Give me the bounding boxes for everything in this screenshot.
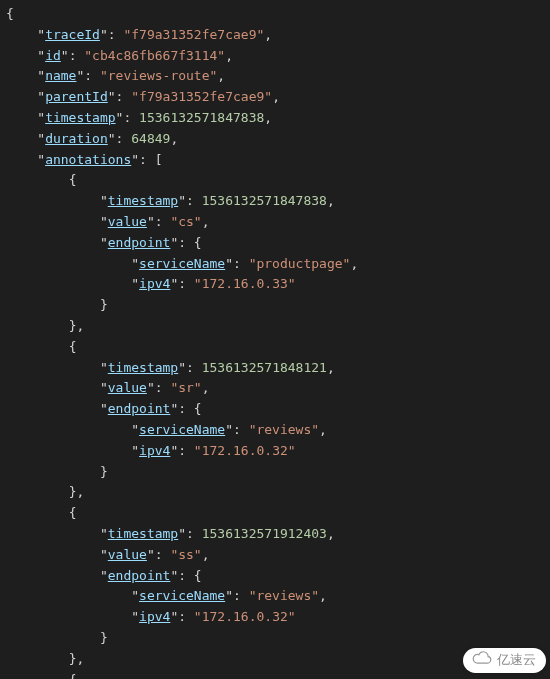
- json-code-block: { "traceId": "f79a31352fe7cae9", "id": "…: [0, 0, 550, 679]
- watermark-badge: 亿速云: [463, 648, 546, 673]
- cloud-icon: [471, 650, 493, 671]
- watermark-text: 亿速云: [497, 650, 536, 671]
